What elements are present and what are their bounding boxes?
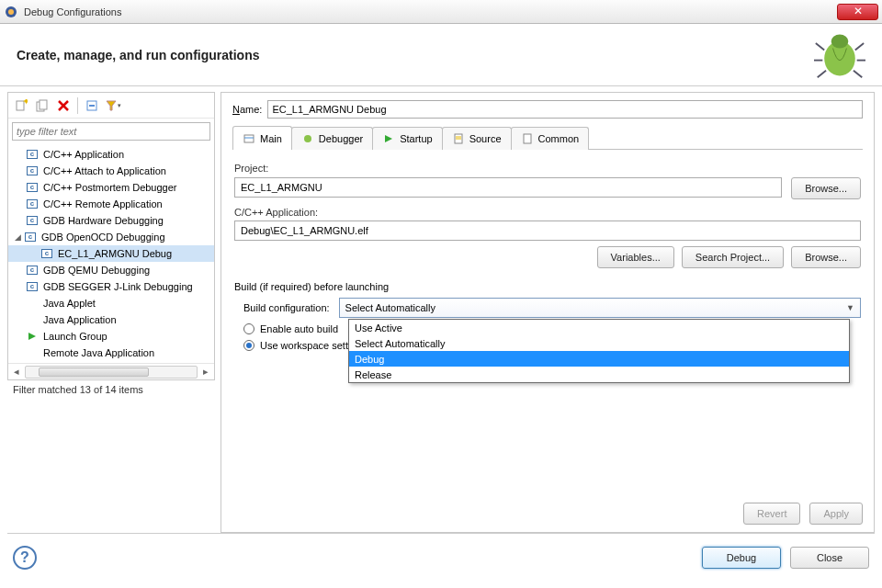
window-title: Debug Configurations <box>24 6 837 17</box>
variables-button[interactable]: Variables... <box>597 246 674 268</box>
close-window-button[interactable]: ✕ <box>837 4 878 20</box>
horizontal-scrollbar[interactable]: ◂ ▸ <box>8 363 214 379</box>
filter-status: Filter matched 13 of 14 items <box>7 380 215 399</box>
tree-item[interactable]: cC/C++ Attach to Application <box>8 163 214 179</box>
build-config-select[interactable]: Select Automatically▼ <box>339 298 861 318</box>
svg-text:✦: ✦ <box>22 99 28 107</box>
svg-marker-18 <box>28 333 36 340</box>
tree-item[interactable]: cGDB Hardware Debugging <box>8 212 214 229</box>
svg-line-8 <box>818 70 826 76</box>
titlebar: Debug Configurations ✕ <box>0 0 882 24</box>
dropdown-option[interactable]: Use Active <box>349 320 849 335</box>
svg-rect-26 <box>524 134 531 143</box>
chevron-down-icon: ▼ <box>846 303 854 312</box>
app-input[interactable] <box>234 220 861 241</box>
tree-item[interactable]: cC/C++ Application <box>8 146 214 163</box>
new-config-button[interactable]: ✦ <box>12 96 30 115</box>
tree-item[interactable]: Remote Java Application <box>8 345 214 361</box>
config-panel: Name: Main Debugger Startup Source Commo… <box>220 92 875 533</box>
name-label: Name: <box>232 104 262 115</box>
tab-source[interactable]: Source <box>442 127 512 150</box>
svg-point-1 <box>8 9 14 15</box>
dropdown-option[interactable]: Release <box>349 367 849 382</box>
filter-button[interactable]: ▾ <box>104 96 122 115</box>
tree-item[interactable]: cGDB QEMU Debugging <box>8 262 214 278</box>
svg-marker-22 <box>385 135 392 142</box>
config-tree[interactable]: cC/C++ Application cC/C++ Attach to Appl… <box>8 144 214 363</box>
sidebar-toolbar: ✦ ▾ <box>8 93 214 119</box>
tab-common[interactable]: Common <box>511 127 590 150</box>
close-button[interactable]: Close <box>790 547 869 569</box>
sidebar: ✦ ▾ cC/C++ Application cC/C++ Attach to … <box>7 92 215 380</box>
footer: ? Debug Close <box>7 533 875 581</box>
tree-item[interactable]: Java Application <box>8 311 214 328</box>
eclipse-icon <box>4 5 18 19</box>
revert-button[interactable]: Revert <box>743 503 800 525</box>
collapse-all-button[interactable] <box>83 96 101 115</box>
build-config-dropdown[interactable]: Use Active Select Automatically Debug Re… <box>348 319 850 383</box>
svg-point-3 <box>831 34 849 48</box>
tree-item[interactable]: cGDB SEGGER J-Link Debugging <box>8 278 214 295</box>
tree-item-expanded[interactable]: ◢cGDB OpenOCD Debugging <box>8 229 214 245</box>
tab-startup[interactable]: Startup <box>372 127 442 150</box>
delete-button[interactable] <box>54 96 73 115</box>
header-subtitle: Create, manage, and run configurations <box>17 48 260 62</box>
tree-item[interactable]: cC/C++ Postmortem Debugger <box>8 179 214 196</box>
svg-point-21 <box>304 135 311 142</box>
tabs: Main Debugger Startup Source Common <box>232 126 863 150</box>
scroll-right-icon[interactable]: ▸ <box>199 366 212 379</box>
build-section-label: Build (if required) before launching <box>234 281 861 292</box>
build-config-label: Build configuration: <box>243 302 330 313</box>
browse-project-button[interactable]: Browse... <box>791 177 861 199</box>
name-input[interactable] <box>267 100 863 119</box>
project-label: Project: <box>234 163 861 174</box>
filter-input[interactable] <box>12 122 210 141</box>
scroll-left-icon[interactable]: ◂ <box>10 366 23 379</box>
svg-rect-19 <box>244 135 254 142</box>
project-input[interactable] <box>234 177 782 198</box>
tree-item[interactable]: Launch Group <box>8 328 214 345</box>
search-project-button[interactable]: Search Project... <box>682 246 784 268</box>
tree-item[interactable]: Java Applet <box>8 295 214 311</box>
scroll-thumb[interactable] <box>39 368 149 377</box>
svg-line-5 <box>855 42 864 49</box>
tree-item[interactable]: cC/C++ Remote Application <box>8 196 214 212</box>
tab-body-main: Project: Browse... C/C++ Application: Va… <box>232 150 863 360</box>
duplicate-button[interactable] <box>33 96 51 115</box>
browse-app-button[interactable]: Browse... <box>791 246 861 268</box>
header: Create, manage, and run configurations <box>0 24 882 86</box>
dropdown-option[interactable]: Select Automatically <box>349 335 849 351</box>
svg-rect-13 <box>40 100 47 109</box>
app-label: C/C++ Application: <box>234 207 861 218</box>
debug-button[interactable]: Debug <box>702 547 781 569</box>
dropdown-option-highlight[interactable]: Debug <box>349 351 849 367</box>
tree-item-selected[interactable]: cEC_L1_ARMGNU Debug <box>8 245 214 262</box>
tab-main[interactable]: Main <box>232 126 292 150</box>
help-button[interactable]: ? <box>13 546 37 570</box>
apply-button[interactable]: Apply <box>809 503 863 525</box>
bug-icon <box>814 29 865 81</box>
tab-debugger[interactable]: Debugger <box>291 127 373 150</box>
svg-line-9 <box>854 70 862 76</box>
svg-line-4 <box>816 42 824 49</box>
